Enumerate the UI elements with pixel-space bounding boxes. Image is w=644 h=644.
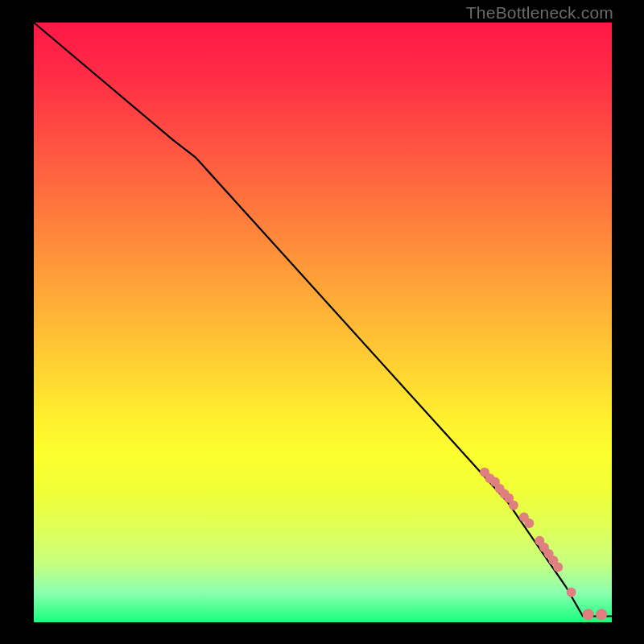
chart-overlay: [34, 23, 612, 622]
data-point: [553, 563, 563, 572]
data-point: [524, 518, 534, 528]
data-point: [509, 501, 518, 510]
data-markers: [480, 468, 607, 621]
data-point: [583, 609, 594, 620]
data-point: [596, 609, 607, 620]
attribution-text: TheBottleneck.com: [466, 3, 613, 23]
data-point: [567, 588, 576, 597]
bottleneck-curve: [34, 23, 612, 617]
outer-frame: TheBottleneck.com: [0, 0, 644, 644]
